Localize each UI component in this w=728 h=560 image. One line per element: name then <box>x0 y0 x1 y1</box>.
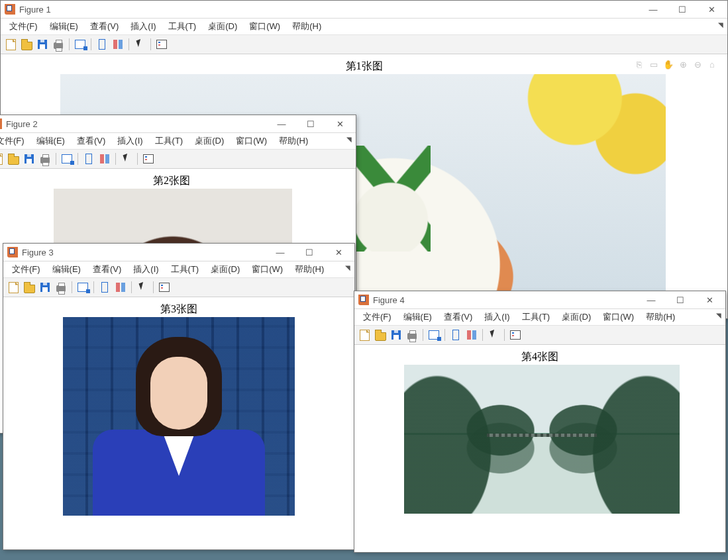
figure-canvas[interactable]: 第3张图 <box>3 297 354 549</box>
menu-tools[interactable]: 工具(T) <box>162 19 203 34</box>
maximize-button[interactable]: ☐ <box>296 115 325 132</box>
menu-desktop[interactable]: 桌面(D) <box>189 134 230 148</box>
print-button[interactable] <box>405 328 419 342</box>
menu-overflow-icon[interactable]: ◥ <box>346 136 352 143</box>
new-figure-button[interactable] <box>3 37 18 52</box>
menu-insert[interactable]: 插入(I) <box>125 19 162 34</box>
toolbar <box>354 326 725 345</box>
minimize-button[interactable]: — <box>267 115 296 132</box>
menu-file[interactable]: 文件(F) <box>6 262 46 277</box>
titlebar[interactable]: Figure 3 — ☐ ✕ <box>3 244 354 261</box>
new-figure-button[interactable] <box>6 280 21 295</box>
menu-help[interactable]: 帮助(H) <box>286 19 327 34</box>
menu-desktop[interactable]: 桌面(D) <box>205 262 246 277</box>
menu-insert[interactable]: 插入(I) <box>127 262 164 277</box>
open-button[interactable] <box>22 280 36 295</box>
edit-plot-button[interactable] <box>119 152 134 166</box>
menu-overflow-icon[interactable]: ◥ <box>716 312 721 319</box>
close-button[interactable]: ✕ <box>324 244 353 261</box>
print-button[interactable] <box>38 152 52 166</box>
menu-file[interactable]: 文件(F) <box>0 134 30 148</box>
menu-desktop[interactable]: 桌面(D) <box>556 310 597 324</box>
menu-window[interactable]: 窗口(W) <box>246 262 289 277</box>
edit-plot-button[interactable] <box>132 37 147 52</box>
toolbar-separator <box>482 329 483 341</box>
print-button[interactable] <box>51 37 66 52</box>
figure-palette-button[interactable] <box>73 37 87 52</box>
link-plot-button[interactable] <box>81 152 96 166</box>
titlebar[interactable]: Figure 2 — ☐ ✕ <box>0 115 356 133</box>
titlebar[interactable]: Figure 1 — ☐ ✕ <box>1 1 727 19</box>
zoom-out-icon[interactable]: ⊖ <box>692 58 703 70</box>
maximize-button[interactable]: ☐ <box>666 291 695 308</box>
menu-view[interactable]: 查看(V) <box>87 262 127 277</box>
brush-icon[interactable]: ▭ <box>648 58 660 70</box>
menu-help[interactable]: 帮助(H) <box>289 262 330 277</box>
close-button[interactable]: ✕ <box>325 115 354 132</box>
link-plot-button[interactable] <box>97 280 112 295</box>
menu-file[interactable]: 文件(F) <box>357 310 397 324</box>
menu-insert[interactable]: 插入(I) <box>478 310 515 324</box>
insert-legend-button[interactable] <box>154 37 169 52</box>
insert-legend-button[interactable] <box>141 152 156 166</box>
menu-tools[interactable]: 工具(T) <box>516 310 556 324</box>
close-button[interactable]: ✕ <box>695 291 724 308</box>
menu-insert[interactable]: 插入(I) <box>111 134 148 148</box>
maximize-button[interactable]: ☐ <box>295 244 324 261</box>
save-button[interactable] <box>389 328 403 342</box>
menu-edit[interactable]: 编辑(E) <box>46 262 87 277</box>
menu-window[interactable]: 窗口(W) <box>243 19 286 34</box>
open-button[interactable] <box>19 37 34 52</box>
toolbar-separator <box>115 153 116 165</box>
open-button[interactable] <box>6 152 21 166</box>
minimize-button[interactable]: — <box>639 1 668 18</box>
minimize-button[interactable]: — <box>266 244 295 261</box>
menu-view[interactable]: 查看(V) <box>71 134 111 148</box>
menu-edit[interactable]: 编辑(E) <box>44 19 84 34</box>
figure-palette-button[interactable] <box>60 152 74 166</box>
minimize-button[interactable]: — <box>637 291 666 308</box>
menu-tools[interactable]: 工具(T) <box>149 134 189 148</box>
zoom-in-icon[interactable]: ⊕ <box>677 58 689 70</box>
open-button[interactable] <box>373 328 388 342</box>
figure-palette-button[interactable] <box>76 280 90 295</box>
menu-help[interactable]: 帮助(H) <box>640 310 681 324</box>
menu-window[interactable]: 窗口(W) <box>597 310 640 324</box>
close-button[interactable]: ✕ <box>697 1 726 18</box>
new-figure-button[interactable] <box>357 328 372 342</box>
export-icon[interactable]: ⎘ <box>633 58 645 70</box>
menu-edit[interactable]: 编辑(E) <box>30 134 71 148</box>
save-button[interactable] <box>35 37 50 52</box>
maximize-button[interactable]: ☐ <box>668 1 697 18</box>
menu-file[interactable]: 文件(F) <box>3 19 44 34</box>
menu-overflow-icon[interactable]: ◥ <box>345 264 350 271</box>
pan-icon[interactable]: ✋ <box>662 58 674 70</box>
menu-help[interactable]: 帮助(H) <box>273 134 314 148</box>
edit-plot-button[interactable] <box>135 280 150 295</box>
link-plot-button[interactable] <box>95 37 109 52</box>
menu-desktop[interactable]: 桌面(D) <box>202 19 243 34</box>
menu-window[interactable]: 窗口(W) <box>230 134 273 148</box>
insert-colorbar-button[interactable] <box>111 37 125 52</box>
new-figure-button[interactable] <box>0 152 5 166</box>
window-controls: — ☐ ✕ <box>639 1 726 18</box>
insert-colorbar-button[interactable] <box>464 328 479 342</box>
insert-legend-button[interactable] <box>157 280 172 295</box>
insert-colorbar-button[interactable] <box>113 280 128 295</box>
titlebar[interactable]: Figure 4 — ☐ ✕ <box>354 291 725 309</box>
link-plot-button[interactable] <box>448 328 463 342</box>
print-button[interactable] <box>54 280 68 295</box>
menu-overflow-icon[interactable]: ◥ <box>718 21 723 28</box>
menu-view[interactable]: 查看(V) <box>438 310 478 324</box>
edit-plot-button[interactable] <box>486 328 501 342</box>
menu-edit[interactable]: 编辑(E) <box>397 310 438 324</box>
save-button[interactable] <box>38 280 52 295</box>
figure-palette-button[interactable] <box>427 328 441 342</box>
menu-tools[interactable]: 工具(T) <box>165 262 205 277</box>
insert-legend-button[interactable] <box>508 328 523 342</box>
menu-view[interactable]: 查看(V) <box>84 19 125 34</box>
figure-canvas[interactable]: 第4张图 <box>354 345 725 552</box>
insert-colorbar-button[interactable] <box>97 152 112 166</box>
home-icon[interactable]: ⌂ <box>706 58 718 70</box>
save-button[interactable] <box>22 152 36 166</box>
